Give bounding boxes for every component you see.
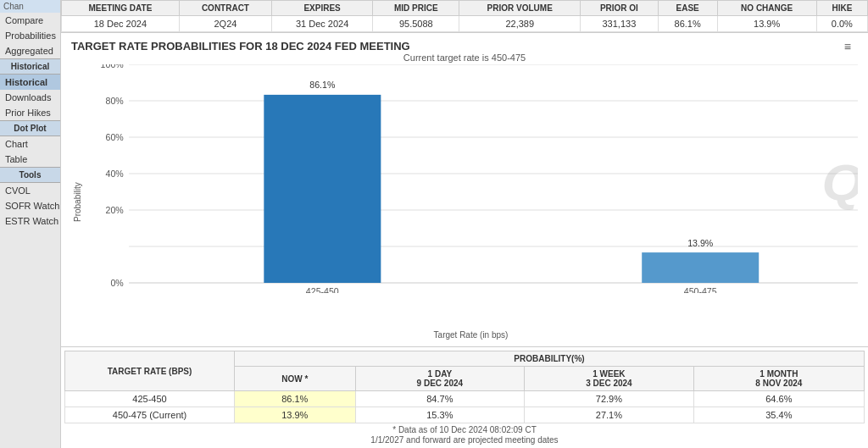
chart-area: TARGET RATE PROBABILITIES FOR 18 DEC 202…: [61, 33, 868, 346]
svg-text:0%: 0%: [110, 279, 123, 288]
svg-text:60%: 60%: [105, 133, 123, 142]
bottom-table: TARGET RATE (BPS) PROBABILITY(%) NOW * 1…: [64, 351, 865, 423]
chart-svg-area: 100% 80% 60% 40% 20% 0% 86.1% 425-450: [84, 64, 858, 329]
svg-text:13.9%: 13.9%: [687, 239, 713, 248]
chart-inner: 100% 80% 60% 40% 20% 0% 86.1% 425-450: [84, 64, 858, 340]
cell-mid-price: 95.5088: [373, 16, 459, 32]
sub-header-1month: 1 MONTH 8 NOV 2024: [693, 367, 864, 391]
cell-rate-1: 425-450: [65, 391, 235, 407]
sidebar-item-downloads[interactable]: Downloads: [0, 90, 60, 105]
sidebar-item-table[interactable]: Table: [0, 152, 60, 167]
svg-text:20%: 20%: [105, 206, 123, 215]
sidebar-item-cvol[interactable]: CVOL: [0, 183, 60, 198]
col-header-contract: CONTRACT: [179, 1, 271, 16]
chart-svg: 100% 80% 60% 40% 20% 0% 86.1% 425-450: [84, 64, 858, 293]
col-header-meeting-date: MEETING DATE: [62, 1, 180, 16]
cell-month1-2: 35.4%: [693, 407, 864, 423]
svg-text:80%: 80%: [105, 97, 123, 106]
sidebar-group-historical: Historical: [0, 58, 60, 75]
cell-expires: 31 Dec 2024: [272, 16, 373, 32]
sidebar-item-prior-hikes[interactable]: Prior Hikes: [0, 105, 60, 120]
cell-meeting-date: 18 Dec 2024: [62, 16, 180, 32]
sub-header-now: NOW *: [235, 367, 356, 391]
col-header-expires: EXPIRES: [272, 1, 373, 16]
main-content: MEETING DATE CONTRACT EXPIRES MID PRICE …: [61, 0, 868, 448]
chart-title: TARGET RATE PROBABILITIES FOR 18 DEC 202…: [71, 40, 410, 53]
col-header-ease: EASE: [658, 1, 717, 16]
table-row: 450-475 (Current) 13.9% 15.3% 27.1% 35.4…: [65, 407, 865, 423]
cell-now-1: 86.1%: [235, 391, 356, 407]
menu-icon[interactable]: ≡: [844, 40, 851, 53]
bottom-col1-header: TARGET RATE (BPS): [65, 351, 235, 391]
cell-week1-1: 72.9%: [525, 391, 694, 407]
svg-text:86.1%: 86.1%: [309, 80, 335, 90]
cell-prior-oi: 331,133: [581, 16, 659, 32]
cell-rate-2: 450-475 (Current): [65, 407, 235, 423]
cell-prior-volume: 22,389: [459, 16, 581, 32]
cell-contract: 2Q24: [179, 16, 271, 32]
cell-day1-2: 15.3%: [355, 407, 525, 423]
sidebar-item-historical[interactable]: Historical: [0, 75, 60, 90]
cell-now-2: 13.9%: [235, 407, 356, 423]
sidebar-group-dotplot: Dot Plot: [0, 120, 60, 136]
sub-header-1day: 1 DAY 9 DEC 2024: [355, 367, 525, 391]
sidebar-group-tools: Tools: [0, 167, 60, 183]
col-header-mid-price: MID PRICE: [373, 1, 459, 16]
y-axis-label: Probability: [71, 64, 84, 340]
bar-450-475: [642, 252, 759, 283]
cell-hike: 0.0%: [816, 16, 867, 32]
col-header-prior-volume: PRIOR VOLUME: [459, 1, 581, 16]
prob-header: PROBABILITY(%): [235, 351, 865, 367]
bottom-note2: 1/1/2027 and forward are projected meeti…: [64, 435, 865, 445]
col-header-no-change: NO CHANGE: [717, 1, 816, 16]
sidebar-item-aggregated[interactable]: Aggregated: [0, 43, 60, 58]
cell-ease: 86.1%: [658, 16, 717, 32]
bar-425-450: [264, 95, 381, 283]
sidebar-item-chart[interactable]: Chart: [0, 136, 60, 152]
sidebar-item-chan: Chan: [0, 0, 60, 13]
bottom-section: TARGET RATE (BPS) PROBABILITY(%) NOW * 1…: [61, 346, 868, 448]
sidebar-item-compare[interactable]: Compare: [0, 13, 60, 28]
col-header-prior-oi: PRIOR OI: [581, 1, 659, 16]
sidebar: Chan Compare Probabilities Aggregated Hi…: [0, 0, 61, 448]
sidebar-item-probabilities[interactable]: Probabilities: [0, 28, 60, 43]
top-data-table: MEETING DATE CONTRACT EXPIRES MID PRICE …: [61, 0, 868, 33]
chart-container: Probability 100% 80%: [71, 64, 858, 340]
cell-month1-1: 64.6%: [693, 391, 864, 407]
sidebar-item-sofr-watch[interactable]: SOFR Watch: [0, 198, 60, 213]
sidebar-item-estr-watch[interactable]: ESTR Watch: [0, 213, 60, 229]
cell-week1-2: 27.1%: [525, 407, 694, 423]
chart-subtitle: Current target rate is 450-475: [71, 53, 858, 63]
table-row: 425-450 86.1% 84.7% 72.9% 64.6%: [65, 391, 865, 407]
svg-text:100%: 100%: [101, 64, 124, 69]
svg-text:425-450: 425-450: [306, 287, 339, 293]
cell-no-change: 13.9%: [717, 16, 816, 32]
cell-day1-1: 84.7%: [355, 391, 525, 407]
bottom-note: * Data as of 10 Dec 2024 08:02:09 CT: [64, 425, 865, 434]
col-header-hike: HIKE: [816, 1, 867, 16]
svg-text:40%: 40%: [105, 169, 123, 179]
svg-text:450-475: 450-475: [684, 287, 717, 293]
watermark: Q: [822, 154, 858, 211]
sub-header-1week: 1 WEEK 3 DEC 2024: [525, 367, 694, 391]
x-axis-label: Target Rate (in bps): [84, 330, 858, 340]
